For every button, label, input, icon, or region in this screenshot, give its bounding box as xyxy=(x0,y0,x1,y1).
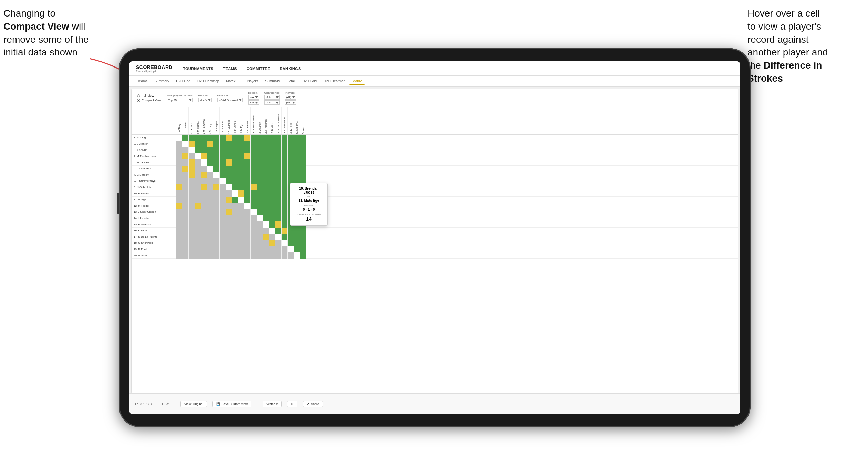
grid-cell[interactable] xyxy=(195,153,201,159)
grid-cell[interactable] xyxy=(189,135,195,141)
grid-cell[interactable] xyxy=(176,141,182,147)
grid-cell[interactable] xyxy=(294,240,300,246)
grid-cell[interactable] xyxy=(282,215,288,221)
grid-cell[interactable] xyxy=(275,240,282,246)
grid-cell[interactable] xyxy=(238,246,244,252)
grid-cell[interactable] xyxy=(182,215,189,221)
grid-cell[interactable] xyxy=(201,153,207,159)
grid-cell[interactable] xyxy=(220,135,226,141)
grid-cell[interactable] xyxy=(176,221,182,228)
tab-detail[interactable]: Detail xyxy=(284,78,299,84)
grid-cell[interactable] xyxy=(213,147,220,153)
grid-cell[interactable] xyxy=(207,172,213,178)
grid-cell[interactable] xyxy=(220,215,226,221)
grid-cell[interactable] xyxy=(251,197,257,203)
grid-cell[interactable] xyxy=(220,178,226,184)
grid-cell[interactable] xyxy=(213,184,220,190)
grid-cell[interactable] xyxy=(300,172,306,178)
grid-cell[interactable] xyxy=(232,203,238,209)
nav-tournaments[interactable]: TOURNAMENTS xyxy=(183,66,213,71)
grid-cell[interactable] xyxy=(213,240,220,246)
grid-cell[interactable] xyxy=(195,141,201,147)
grid-cell[interactable] xyxy=(300,141,306,147)
grid-cell[interactable] xyxy=(189,215,195,221)
grid-cell[interactable] xyxy=(238,159,244,166)
grid-cell[interactable] xyxy=(282,135,288,141)
grid-cell[interactable] xyxy=(275,246,282,252)
grid-cell[interactable] xyxy=(288,234,294,240)
grid-cell[interactable] xyxy=(244,234,251,240)
grid-cell[interactable] xyxy=(251,141,257,147)
grid-cell[interactable] xyxy=(213,197,220,203)
grid-cell[interactable] xyxy=(176,252,182,259)
grid-cell[interactable] xyxy=(269,252,275,259)
grid-cell[interactable] xyxy=(288,172,294,178)
grid-cell[interactable] xyxy=(201,184,207,190)
grid-cell[interactable] xyxy=(195,166,201,172)
grid-cell[interactable] xyxy=(244,159,251,166)
grid-cell[interactable] xyxy=(226,197,232,203)
grid-cell[interactable] xyxy=(226,190,232,197)
grid-cell[interactable] xyxy=(269,203,275,209)
grid-cell[interactable] xyxy=(176,184,182,190)
grid-cell[interactable] xyxy=(263,246,269,252)
grid-cell[interactable] xyxy=(176,172,182,178)
grid-cell[interactable] xyxy=(282,197,288,203)
grid-cell[interactable] xyxy=(220,153,226,159)
grid-cell[interactable] xyxy=(213,234,220,240)
grid-cell[interactable] xyxy=(226,147,232,153)
grid-cell[interactable] xyxy=(263,221,269,228)
grid-cell[interactable] xyxy=(232,178,238,184)
grid-cell[interactable] xyxy=(182,159,189,166)
grid-cell[interactable] xyxy=(176,190,182,197)
grid-cell[interactable] xyxy=(275,197,282,203)
grid-cell[interactable] xyxy=(232,209,238,215)
grid-cell[interactable] xyxy=(294,147,300,153)
grid-cell[interactable] xyxy=(269,135,275,141)
grid-cell[interactable] xyxy=(257,228,263,234)
grid-cell[interactable] xyxy=(207,190,213,197)
grid-cell[interactable] xyxy=(257,252,263,259)
share-button[interactable]: ↗ Share xyxy=(303,401,323,407)
grid-cell[interactable] xyxy=(263,203,269,209)
grid-cell[interactable] xyxy=(226,209,232,215)
grid-cell[interactable] xyxy=(282,221,288,228)
grid-cell[interactable] xyxy=(263,240,269,246)
grid-cell[interactable] xyxy=(195,240,201,246)
tab-h2h-grid-2[interactable]: H2H Grid xyxy=(300,78,320,84)
grid-cell[interactable] xyxy=(195,159,201,166)
grid-cell[interactable] xyxy=(275,172,282,178)
grid-cell[interactable] xyxy=(207,203,213,209)
grid-cell[interactable] xyxy=(220,252,226,259)
grid-cell[interactable] xyxy=(226,166,232,172)
grid-cell[interactable] xyxy=(300,166,306,172)
grid-cell[interactable] xyxy=(251,135,257,141)
grid-cell[interactable] xyxy=(201,197,207,203)
grid-cell[interactable] xyxy=(201,147,207,153)
grid-cell[interactable] xyxy=(189,228,195,234)
grid-cell[interactable] xyxy=(232,184,238,190)
grid-cell[interactable] xyxy=(207,221,213,228)
grid-cell[interactable] xyxy=(195,172,201,178)
grid-cell[interactable] xyxy=(275,141,282,147)
save-custom-view-button[interactable]: 💾 Save Custom View xyxy=(212,401,251,407)
tab-players[interactable]: Players xyxy=(244,78,261,84)
grid-cell[interactable] xyxy=(201,240,207,246)
grid-cell[interactable] xyxy=(238,234,244,240)
grid-cell[interactable] xyxy=(182,246,189,252)
grid-cell[interactable] xyxy=(195,252,201,259)
grid-cell[interactable] xyxy=(195,147,201,153)
grid-cell[interactable] xyxy=(251,172,257,178)
division-select[interactable]: NCAA Division I xyxy=(217,98,243,102)
grid-cell[interactable] xyxy=(294,246,300,252)
grid-cell[interactable] xyxy=(176,240,182,246)
grid-cell[interactable] xyxy=(182,153,189,159)
grid-cell[interactable] xyxy=(201,159,207,166)
grid-cell[interactable] xyxy=(251,215,257,221)
grid-cell[interactable] xyxy=(244,141,251,147)
compact-view-option[interactable]: Compact View xyxy=(137,98,161,102)
grid-cell[interactable] xyxy=(201,234,207,240)
grid-cell[interactable] xyxy=(282,184,288,190)
grid-cell[interactable] xyxy=(282,166,288,172)
grid-cell[interactable] xyxy=(275,190,282,197)
